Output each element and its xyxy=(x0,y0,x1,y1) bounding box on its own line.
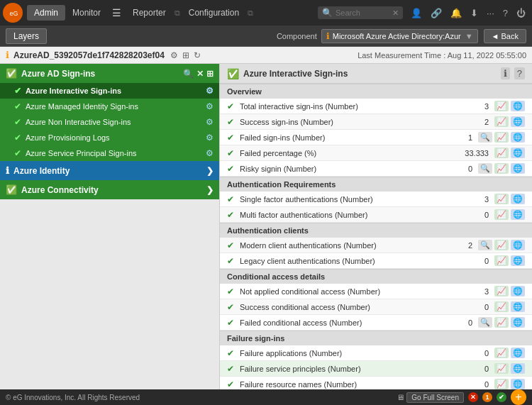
trend-icon[interactable]: 📈 xyxy=(494,363,509,374)
trend-icon[interactable]: 📈 xyxy=(494,132,509,143)
configuration-nav-button[interactable]: Configuration xyxy=(182,5,246,21)
component-selector[interactable]: ℹ Microsoft Azure Active Directory:Azur … xyxy=(321,29,478,43)
globe-icon[interactable]: 🌐 xyxy=(511,101,525,111)
search-icon[interactable]: 🔍 xyxy=(478,317,492,328)
section-auth-req-header: Authentication Requirements xyxy=(220,177,532,192)
metric-value: 0 xyxy=(437,165,472,173)
fab-add-button[interactable]: + xyxy=(511,389,526,405)
metric-action-icons: 🔍 📈 🌐 xyxy=(478,163,525,174)
globe-icon[interactable]: 🌐 xyxy=(511,348,525,358)
trend-icon[interactable]: 📈 xyxy=(494,116,509,127)
globe-icon[interactable]: 🌐 xyxy=(511,116,525,127)
sub-item-icon: ⚙ xyxy=(206,148,214,158)
bell-icon[interactable]: 🔔 xyxy=(447,5,465,21)
sub-item-non-interactive[interactable]: ✔ Azure Non Interactive Sign-ins ⚙ xyxy=(0,114,219,130)
metric-check-icon: ✔ xyxy=(227,164,234,174)
metric-name: Failed conditional access (Number) xyxy=(240,318,437,327)
globe-icon[interactable]: 🌐 xyxy=(511,379,525,389)
user-icon[interactable]: 👤 xyxy=(407,5,426,21)
connectivity-expand-icon: ❯ xyxy=(206,185,214,195)
component-info-icon: ℹ xyxy=(326,31,330,41)
admin-nav-button[interactable]: Admin xyxy=(27,5,65,21)
metric-value: 0 xyxy=(453,257,489,265)
device-icon-3[interactable]: ↻ xyxy=(194,50,201,60)
globe-icon[interactable]: 🌐 xyxy=(511,240,525,250)
power-icon[interactable]: ⏻ xyxy=(513,5,529,21)
globe-icon[interactable]: 🌐 xyxy=(511,363,525,374)
search-icon[interactable]: 🔍 xyxy=(478,163,492,174)
globe-icon[interactable]: 🌐 xyxy=(511,132,525,143)
fullscreen-button[interactable]: Go Full Screen xyxy=(406,392,464,403)
globe-icon[interactable]: 🌐 xyxy=(511,194,525,204)
metric-name: Total interactive sign-ins (Number) xyxy=(240,102,453,111)
group-search-icon[interactable]: 🔍 xyxy=(183,69,194,79)
sub-item-interactive-signins[interactable]: ✔ Azure Interactive Sign-ins ⚙ xyxy=(0,83,219,99)
group-azure-connectivity[interactable]: ✅ Azure Connectivity ❯ xyxy=(0,180,219,199)
search-icon[interactable]: 🔍 xyxy=(478,240,492,250)
rh-help-icon[interactable]: ? xyxy=(514,67,525,79)
sub-item-managed-identity[interactable]: ✔ Azure Managed Identity Sign-ins ⚙ xyxy=(0,99,219,114)
network-icon[interactable]: 🔗 xyxy=(427,5,445,21)
trend-icon[interactable]: 📈 xyxy=(494,163,509,174)
device-icon-1[interactable]: ⚙ xyxy=(170,50,178,60)
section-overview-header: Overview xyxy=(220,84,532,99)
svg-text:eG: eG xyxy=(10,10,18,17)
globe-icon[interactable]: 🌐 xyxy=(511,255,525,266)
sub-check-icon: ✔ xyxy=(14,148,21,158)
help-icon[interactable]: ? xyxy=(499,5,511,21)
globe-icon[interactable]: 🌐 xyxy=(511,163,525,174)
component-label: Component xyxy=(277,32,317,40)
metric-row: ✔ Success conditional access (Number) 0 … xyxy=(220,299,532,315)
trend-icon[interactable]: 📈 xyxy=(494,348,509,358)
metric-check-icon: ✔ xyxy=(227,210,234,220)
group-expand-icon[interactable]: ⊞ xyxy=(206,69,214,79)
hamburger-icon[interactable]: ☰ xyxy=(108,4,126,21)
trend-icon[interactable]: 📈 xyxy=(494,101,509,111)
sub-item-provisioning-logs[interactable]: ✔ Azure Provisioning Logs ⚙ xyxy=(0,130,219,145)
metric-name: Legacy client authentications (Number) xyxy=(240,257,453,265)
search-input[interactable] xyxy=(336,9,392,17)
status-dot-red[interactable]: ✕ xyxy=(468,392,478,402)
toolbar: Layers Component ℹ Microsoft Azure Activ… xyxy=(0,26,532,47)
sub-check-icon: ✔ xyxy=(14,133,21,143)
trend-icon[interactable]: 📈 xyxy=(494,194,509,204)
metric-action-icons: 📈 🌐 xyxy=(494,148,525,158)
trend-icon[interactable]: 📈 xyxy=(494,379,509,389)
connectivity-group-label: Azure Connectivity xyxy=(21,185,99,195)
status-dot-orange[interactable]: 1 xyxy=(482,392,492,402)
metric-row: ✔ Not applied conditional access (Number… xyxy=(220,284,532,299)
layers-button[interactable]: Layers xyxy=(6,28,47,44)
trend-icon[interactable]: 📈 xyxy=(494,317,509,328)
metric-check-icon: ✔ xyxy=(227,302,234,312)
rh-info-icon[interactable]: ℹ xyxy=(501,67,510,79)
trend-icon[interactable]: 📈 xyxy=(494,301,509,312)
globe-icon[interactable]: 🌐 xyxy=(511,148,525,158)
trend-icon[interactable]: 📈 xyxy=(494,240,509,250)
metric-name: Failure resource names (Number) xyxy=(240,380,453,389)
group-close-icon[interactable]: ✕ xyxy=(196,69,204,79)
monitor-nav-button[interactable]: Monitor xyxy=(65,5,108,21)
trend-icon[interactable]: 📈 xyxy=(494,286,509,296)
group-azure-ad-signins[interactable]: ✅ Azure AD Sign-ins 🔍 ✕ ⊞ xyxy=(0,64,219,83)
back-button[interactable]: ◄ Back xyxy=(484,29,526,43)
trend-icon[interactable]: 📈 xyxy=(494,148,509,158)
globe-icon[interactable]: 🌐 xyxy=(511,317,525,328)
globe-icon[interactable]: 🌐 xyxy=(511,286,525,296)
more-icon[interactable]: ··· xyxy=(483,5,498,21)
metric-row: ✔ Modern client authentications (Number)… xyxy=(220,238,532,253)
reporter-nav-button[interactable]: Reporter xyxy=(126,5,173,21)
globe-icon[interactable]: 🌐 xyxy=(511,301,525,312)
globe-icon[interactable]: 🌐 xyxy=(511,209,525,220)
device-icon-2[interactable]: ⊞ xyxy=(182,50,189,60)
group-azure-identity[interactable]: ℹ Azure Identity ❯ xyxy=(0,161,219,180)
search-clear-icon[interactable]: ✕ xyxy=(392,9,399,18)
trend-icon[interactable]: 📈 xyxy=(494,255,509,266)
sub-item-service-principal[interactable]: ✔ Azure Service Principal Sign-ins ⚙ xyxy=(0,145,219,161)
download-icon[interactable]: ⬇ xyxy=(467,5,482,21)
trend-icon[interactable]: 📈 xyxy=(494,209,509,220)
device-action-icons: ⚙ ⊞ ↻ xyxy=(170,50,201,60)
search-icon[interactable]: 🔍 xyxy=(478,132,492,143)
rh-title: Azure Interactive Sign-ins xyxy=(243,69,501,79)
status-dot-green[interactable]: ✔ xyxy=(497,392,506,402)
metric-name: Modern client authentications (Number) xyxy=(240,241,437,250)
